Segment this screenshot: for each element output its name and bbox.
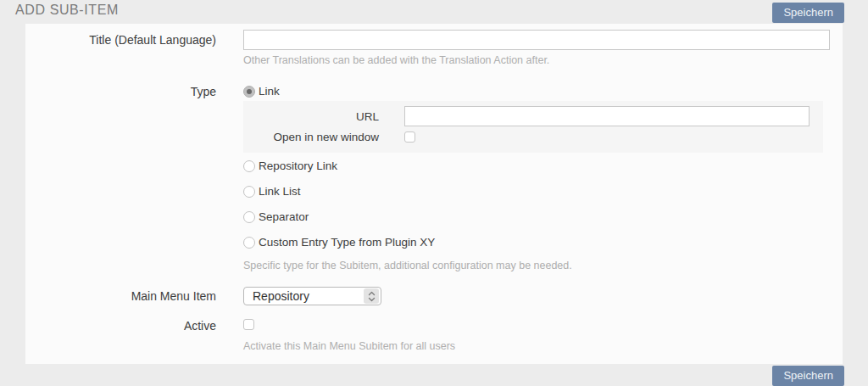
- radio-unselected-icon[interactable]: [243, 237, 255, 249]
- active-field-row: Active Activate this Main Menu Subitem f…: [25, 318, 843, 352]
- title-field-row: Title (Default Language) Other Translati…: [25, 30, 843, 66]
- radio-selected-icon[interactable]: [243, 86, 255, 98]
- type-option-link-label: Link: [259, 85, 280, 98]
- title-input[interactable]: [243, 30, 830, 50]
- active-help-text: Activate this Main Menu Subitem for all …: [243, 340, 455, 352]
- url-field-row: URL: [243, 106, 823, 126]
- title-help-text: Other Translations can be added with the…: [243, 54, 830, 66]
- open-new-window-row: Open in new window: [243, 131, 823, 143]
- page-title: ADD SUB-ITEM: [15, 3, 119, 18]
- type-option-custom-entry[interactable]: Custom Entry Type from Plugin XY: [243, 236, 823, 249]
- form-panel: Title (Default Language) Other Translati…: [25, 24, 843, 364]
- main-menu-item-select[interactable]: Repository: [243, 287, 381, 305]
- url-input[interactable]: [404, 106, 810, 126]
- type-option-repository-link-label: Repository Link: [259, 159, 337, 172]
- title-field-label: Title (Default Language): [25, 30, 216, 48]
- save-button-bottom[interactable]: Speichern: [772, 366, 844, 386]
- radio-unselected-icon[interactable]: [243, 186, 255, 198]
- type-option-separator-label: Separator: [259, 210, 309, 223]
- open-new-window-label: Open in new window: [243, 131, 379, 143]
- main-menu-item-selected-value: Repository: [253, 289, 309, 303]
- page-footer: Speichern: [0, 364, 868, 386]
- page-header: ADD SUB-ITEM Speichern: [0, 0, 868, 24]
- main-menu-item-row: Main Menu Item Repository: [25, 287, 843, 305]
- url-field-label: URL: [243, 110, 379, 123]
- active-field-label: Active: [25, 318, 216, 333]
- radio-unselected-icon[interactable]: [243, 160, 255, 172]
- link-options-box: URL Open in new window: [243, 101, 823, 153]
- active-checkbox[interactable]: [243, 319, 254, 330]
- radio-unselected-icon[interactable]: [243, 211, 255, 223]
- type-option-link-list[interactable]: Link List: [243, 185, 823, 198]
- type-field-row: Type Link URL Open in new window: [25, 85, 843, 271]
- select-arrows-icon: [364, 288, 379, 304]
- type-option-link[interactable]: Link: [243, 85, 823, 98]
- type-option-link-list-label: Link List: [259, 185, 301, 198]
- type-field-label: Type: [25, 85, 216, 99]
- main-menu-item-label: Main Menu Item: [25, 287, 216, 304]
- type-option-repository-link[interactable]: Repository Link: [243, 159, 823, 172]
- save-button-top[interactable]: Speichern: [772, 3, 844, 23]
- type-option-separator[interactable]: Separator: [243, 210, 823, 223]
- open-new-window-checkbox[interactable]: [404, 131, 415, 143]
- type-help-text: Specific type for the Subitem, additiona…: [243, 260, 823, 271]
- type-option-custom-entry-label: Custom Entry Type from Plugin XY: [259, 236, 435, 249]
